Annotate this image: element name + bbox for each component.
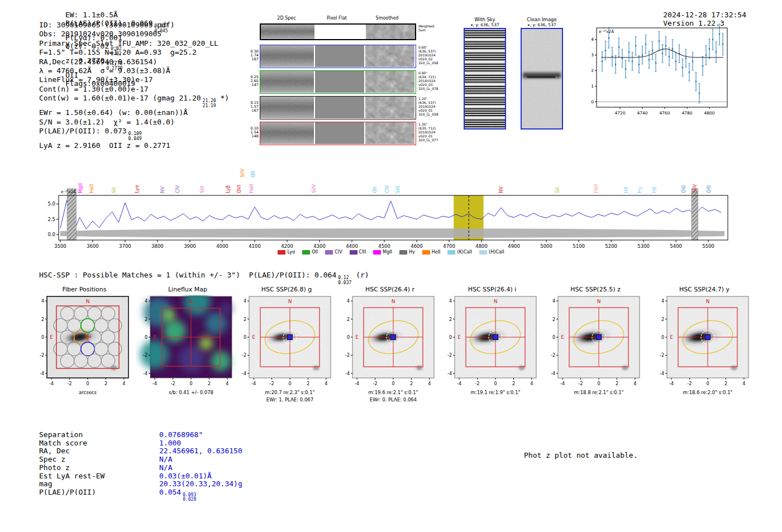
report-datetime: 2024-12-28 17:32:54 bbox=[663, 11, 746, 19]
svg-text:2: 2 bbox=[591, 68, 594, 73]
svg-text:-2: -2 bbox=[688, 381, 692, 386]
legend-swatch bbox=[399, 250, 407, 255]
svg-text:2: 2 bbox=[347, 317, 350, 322]
legend-swatch bbox=[479, 250, 487, 255]
svg-text:1: 1 bbox=[591, 84, 594, 89]
cutout-caption2: EWr: 1. PLAE: 0.067 bbox=[249, 397, 331, 402]
info-line: λ = 4760.62Å σ = 9.03(±3.08)Å bbox=[39, 66, 229, 75]
svg-text:-2: -2 bbox=[660, 353, 664, 358]
match-row-label: Est LyA rest-EW bbox=[39, 472, 159, 481]
svg-text:SiIV: SiIV bbox=[692, 184, 698, 193]
svg-text:2: 2 bbox=[244, 317, 246, 322]
svg-text:SiIV: SiIV bbox=[240, 169, 245, 178]
svg-text:4800: 4800 bbox=[704, 111, 714, 116]
svg-text:3700: 3700 bbox=[119, 243, 131, 249]
svg-text:4: 4 bbox=[633, 381, 636, 386]
info-line: LineFlux = 7.90(±3.30)e-17 bbox=[39, 75, 229, 84]
svg-text:HeII: HeII bbox=[593, 184, 599, 193]
svg-text:5200: 5200 bbox=[605, 243, 617, 249]
spec2d-row bbox=[260, 45, 416, 68]
match-row-value: 0.0540.0930.028 bbox=[159, 488, 196, 496]
cleanimage-frame bbox=[521, 28, 563, 130]
match-row: Separation0.0768968" bbox=[39, 431, 242, 439]
uncertainty-stack: 0.0930.028 bbox=[183, 493, 196, 502]
info-line: EWr = 1.50(±0.64) (w: 0.00(±nan))Å bbox=[39, 108, 229, 117]
svg-text:-4: -4 bbox=[251, 381, 256, 386]
info-line: Primary Spec_Slot_IFU_AMP: 320_032_020_L… bbox=[39, 39, 229, 48]
svg-text:E: E bbox=[457, 334, 461, 340]
withsky-coords: x, y: 636, 537 bbox=[461, 22, 508, 27]
hsc-match-suffix: (r) bbox=[351, 271, 369, 279]
match-row-label: Separation bbox=[39, 431, 159, 439]
svg-text:5100: 5100 bbox=[573, 243, 585, 249]
match-table: Separation0.0768968"Match score1.000RA, … bbox=[39, 431, 242, 502]
cutout-image: NE-4-4-2-2002244 bbox=[652, 295, 756, 387]
legend-label: HeII bbox=[432, 250, 441, 255]
cutout-title: Fiber Positions bbox=[32, 286, 136, 295]
spec2d-row-image bbox=[260, 71, 414, 93]
svg-text:Hγ: Hγ bbox=[637, 187, 642, 193]
svg-text:3600: 3600 bbox=[87, 243, 99, 249]
svg-text:4: 4 bbox=[347, 299, 350, 304]
cutout-caption: m:18.8 re:2.1" s:0.1" bbox=[558, 390, 640, 395]
cutout-panel-img-3: HSC SSP(26.4) rNE-4-4-2-2002244m:19.6 re… bbox=[338, 286, 442, 389]
spec2d-col-title: Pixel Flat bbox=[327, 16, 347, 21]
svg-text:4500: 4500 bbox=[378, 243, 390, 249]
legend-swatch bbox=[422, 250, 430, 255]
info-line: RA,Dec (22.456940,0.636154) bbox=[39, 57, 229, 66]
hsc-match-text: HSC-SSP : Possible Matches = 1 (within +… bbox=[39, 271, 336, 279]
info-line: F=1.5" T=0.155 N=1.20 A=0.93 g=25.2 bbox=[39, 48, 229, 57]
spec2d-row-id: 0.60"(636, 537)20191024v020_02320_LL_058 bbox=[418, 46, 438, 65]
cutout-image: NE-4-4-2-2002244 bbox=[235, 295, 338, 387]
legend-label: OII bbox=[312, 250, 318, 255]
legend-swatch bbox=[373, 250, 381, 255]
spec2d-row-weights: 0.301.74167 bbox=[250, 50, 259, 62]
cutout-image: NE-4-4-2-2002244 bbox=[338, 295, 442, 387]
svg-text:-4: -4 bbox=[560, 381, 565, 386]
match-row-value: 22.456961, 0.636150 bbox=[159, 447, 242, 455]
spec2d-panel: 2D Spec Pixel Flat Smoothed WeightedSum0… bbox=[250, 16, 451, 151]
svg-text:E: E bbox=[252, 334, 255, 340]
cutout-panel-lineflux: Lineflux MapNE-4-4-2-2002244s/b: 0.41 +/… bbox=[136, 286, 240, 389]
svg-text:2: 2 bbox=[104, 381, 107, 386]
cleanimage-panel: Clean Image x, y: 636, 537 bbox=[518, 17, 565, 130]
spec2d-row-image bbox=[260, 122, 414, 144]
legend-swatch bbox=[447, 250, 455, 255]
svg-text:0: 0 bbox=[244, 335, 246, 340]
legend-label: Lyα bbox=[287, 250, 295, 255]
svg-text:-2: -2 bbox=[40, 353, 44, 358]
spec2d-row bbox=[260, 96, 416, 119]
svg-text:2: 2 bbox=[552, 317, 555, 322]
cutout-title: Lineflux Map bbox=[136, 286, 240, 295]
legend-label: (H)CaII bbox=[489, 250, 504, 255]
svg-text:-2: -2 bbox=[143, 353, 147, 358]
svg-text:-2: -2 bbox=[171, 381, 175, 386]
svg-text:E: E bbox=[50, 334, 53, 340]
svg-text:2: 2 bbox=[616, 381, 618, 386]
svg-text:4: 4 bbox=[226, 381, 228, 386]
withsky-title: With Sky bbox=[461, 17, 508, 22]
svg-text:Lyβ: Lyβ bbox=[225, 185, 231, 193]
cutout-panel-img-6: HSC SSP(24.7) yNE-4-4-2-2002244m:18.6 re… bbox=[652, 286, 756, 389]
spec2d-row-weights: 0.101.54148 bbox=[250, 127, 259, 139]
cutout-caption: m:19.6 re:2.1" s:0.1" bbox=[352, 390, 434, 395]
ew-stat: EW: 1.1±0.5Å bbox=[65, 11, 118, 19]
info-line: Obs: 20191024v020_3090109005 bbox=[39, 30, 229, 39]
svg-text:4: 4 bbox=[661, 299, 664, 304]
spec2d-row-id: 1.35"(635, 712)20191024v020_01320_LL_077 bbox=[418, 123, 438, 142]
svg-text:4: 4 bbox=[428, 381, 431, 386]
legend-swatch bbox=[325, 250, 333, 255]
match-row: Photo zN/A bbox=[39, 464, 242, 472]
svg-text:0: 0 bbox=[392, 381, 394, 386]
cutout-caption: s/b: 0.41 +/- 0.078 bbox=[150, 390, 232, 395]
cutout-caption: m:19.1 re:1.9" s:0.1" bbox=[455, 390, 536, 395]
svg-text:4200: 4200 bbox=[281, 243, 293, 249]
svg-text:0: 0 bbox=[494, 381, 497, 386]
svg-text:2: 2 bbox=[724, 381, 727, 386]
info-line: P(LAE)/P(OII): 0.0730.1090.049 bbox=[39, 127, 229, 141]
svg-text:OII: OII bbox=[372, 186, 378, 193]
svg-text:0: 0 bbox=[597, 381, 600, 386]
svg-text:0: 0 bbox=[86, 381, 89, 386]
svg-text:-4: -4 bbox=[457, 381, 461, 386]
svg-text:SiIV: SiIV bbox=[311, 184, 317, 193]
